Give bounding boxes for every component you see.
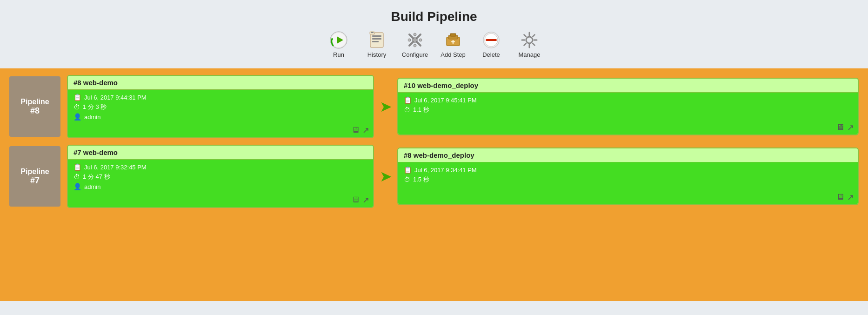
- svg-rect-4: [370, 33, 383, 47]
- pipeline-row-8: Pipeline #8 #8 web-demo 📋 Jul 6, 2017 9:…: [9, 75, 859, 138]
- svg-rect-23: [453, 40, 454, 44]
- svg-point-14: [413, 38, 417, 42]
- arrow-right-icon-7: ➤: [380, 168, 392, 185]
- job-body-7-web-demo: 📋 Jul 6, 2017 9:32:45 PM ⏱ 1 分 47 秒 👤 ad…: [68, 160, 373, 207]
- job-date-10-web-demo-deploy: 📋 Jul 6, 2017 9:45:41 PM: [404, 96, 852, 104]
- svg-line-32: [524, 35, 526, 37]
- delete-button[interactable]: Delete: [474, 31, 508, 58]
- pipeline-label-7: Pipeline #7: [9, 146, 60, 207]
- svg-point-27: [526, 37, 533, 43]
- history-label: History: [367, 51, 386, 58]
- job-title-7-web-demo: #7 web-demo: [68, 146, 373, 160]
- clock-icon-2: ⏱: [404, 106, 410, 114]
- job-footer-10-web-demo-deploy: 🖥 ↗: [836, 122, 854, 133]
- toolbar: Run History: [0, 31, 868, 64]
- run-label: Run: [333, 51, 344, 58]
- calendar-icon-4: 📋: [404, 166, 412, 174]
- history-button[interactable]: History: [360, 31, 394, 58]
- svg-rect-7: [372, 41, 379, 42]
- addstep-icon: [444, 31, 462, 49]
- job-body-8-web-demo: 📋 Jul 6, 2017 9:44:31 PM ⏱ 1 分 3 秒 👤 adm…: [68, 90, 373, 137]
- svg-rect-11: [371, 32, 374, 33]
- job-duration-8-web-demo-deploy: ⏱ 1.5 秒: [404, 175, 852, 184]
- job-title-8-web-demo: #8 web-demo: [68, 76, 373, 90]
- pipeline-number-8: #8: [30, 106, 40, 116]
- job-body-8-web-demo-deploy: 📋 Jul 6, 2017 9:34:41 PM ⏱ 1.5 秒 🖥 ↗: [398, 162, 858, 204]
- pipeline-label-8: Pipeline #8: [9, 76, 60, 137]
- svg-rect-21: [450, 34, 456, 36]
- job-title-10-web-demo-deploy: #10 web-demo_deploy: [398, 79, 858, 93]
- svg-point-3: [331, 38, 333, 40]
- run-button[interactable]: Run: [322, 31, 355, 58]
- job-card-8-web-demo-deploy: #8 web-demo_deploy 📋 Jul 6, 2017 9:34:41…: [397, 147, 859, 205]
- console-icon-3[interactable]: 🖥: [351, 195, 360, 205]
- manage-label: Manage: [519, 51, 541, 58]
- job-duration-8-web-demo: ⏱ 1 分 3 秒: [73, 103, 367, 111]
- clock-icon: ⏱: [73, 103, 80, 111]
- job-title-8-web-demo-deploy: #8 web-demo_deploy: [398, 148, 858, 162]
- job-user-8-web-demo: 👤 admin: [73, 113, 367, 121]
- svg-point-18: [419, 39, 422, 41]
- configure-icon: [406, 31, 424, 49]
- addstep-label: Add Step: [441, 51, 466, 58]
- pipeline-number-7: #7: [30, 176, 40, 186]
- pipeline-view: Pipeline #8 #8 web-demo 📋 Jul 6, 2017 9:…: [0, 68, 868, 301]
- configure-label: Configure: [402, 51, 428, 58]
- clock-icon-3: ⏱: [73, 173, 80, 181]
- user-icon: 👤: [73, 113, 81, 121]
- arrow-right-icon-8: ➤: [380, 98, 392, 115]
- job-card-8-web-demo: #8 web-demo 📋 Jul 6, 2017 9:44:31 PM ⏱ 1…: [67, 75, 374, 138]
- manage-icon: [520, 31, 539, 49]
- job-footer-8-web-demo-deploy: 🖥 ↗: [836, 192, 854, 202]
- svg-line-34: [533, 35, 534, 37]
- delete-icon: [482, 31, 501, 49]
- job-card-7-web-demo: #7 web-demo 📋 Jul 6, 2017 9:32:45 PM ⏱ 1…: [67, 145, 374, 208]
- pipeline-row-7: Pipeline #7 #7 web-demo 📋 Jul 6, 2017 9:…: [9, 145, 859, 208]
- history-icon: [367, 31, 386, 49]
- page-header: Build Pipeline Run: [0, 0, 868, 68]
- user-icon-2: 👤: [73, 183, 81, 190]
- svg-rect-6: [372, 38, 381, 40]
- pipeline-label-text-8: Pipeline: [20, 98, 49, 106]
- console-icon-4[interactable]: 🖥: [836, 192, 844, 202]
- share-icon[interactable]: ↗: [362, 125, 369, 135]
- console-icon[interactable]: 🖥: [351, 125, 360, 135]
- arrow-7: ➤: [374, 168, 397, 185]
- svg-point-17: [408, 39, 411, 41]
- arrow-8: ➤: [374, 98, 397, 115]
- share-icon-3[interactable]: ↗: [362, 195, 369, 205]
- job-duration-7-web-demo: ⏱ 1 分 47 秒: [73, 173, 367, 181]
- job-date-7-web-demo: 📋 Jul 6, 2017 9:32:45 PM: [73, 163, 367, 171]
- run-icon: [329, 31, 348, 49]
- delete-label: Delete: [482, 51, 500, 58]
- page-title: Build Pipeline: [0, 9, 868, 24]
- pipeline-label-text-7: Pipeline: [20, 168, 49, 176]
- addstep-button[interactable]: Add Step: [436, 31, 470, 58]
- calendar-icon: 📋: [73, 94, 81, 101]
- manage-button[interactable]: Manage: [513, 31, 546, 58]
- configure-button[interactable]: Configure: [398, 31, 432, 58]
- job-body-10-web-demo-deploy: 📋 Jul 6, 2017 9:45:41 PM ⏱ 1.1 秒 🖥 ↗: [398, 93, 858, 134]
- job-footer-8-web-demo: 🖥 ↗: [351, 125, 369, 135]
- job-footer-7-web-demo: 🖥 ↗: [351, 195, 369, 205]
- job-date-8-web-demo-deploy: 📋 Jul 6, 2017 9:34:41 PM: [404, 166, 852, 174]
- share-icon-2[interactable]: ↗: [847, 122, 854, 133]
- job-user-7-web-demo: 👤 admin: [73, 183, 367, 190]
- svg-line-33: [533, 43, 534, 45]
- calendar-icon-3: 📋: [73, 163, 81, 171]
- console-icon-2[interactable]: 🖥: [836, 122, 844, 133]
- svg-line-35: [524, 43, 526, 45]
- job-duration-10-web-demo-deploy: ⏱ 1.1 秒: [404, 106, 852, 114]
- share-icon-4[interactable]: ↗: [847, 192, 854, 202]
- clock-icon-4: ⏱: [404, 176, 410, 183]
- svg-point-16: [414, 44, 416, 47]
- calendar-icon-2: 📋: [404, 96, 412, 104]
- svg-point-15: [414, 33, 416, 36]
- svg-rect-5: [372, 35, 381, 37]
- job-date-8-web-demo: 📋 Jul 6, 2017 9:44:31 PM: [73, 94, 367, 101]
- job-card-10-web-demo-deploy: #10 web-demo_deploy 📋 Jul 6, 2017 9:45:4…: [397, 78, 859, 135]
